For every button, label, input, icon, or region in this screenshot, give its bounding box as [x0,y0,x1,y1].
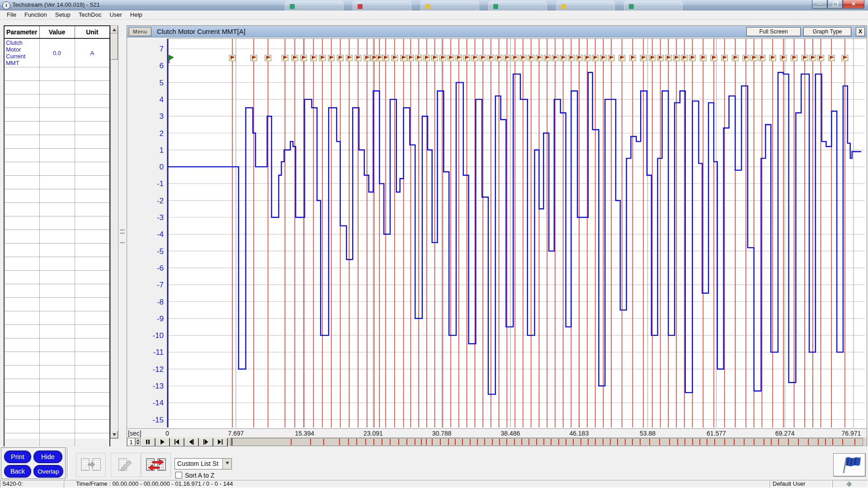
event-flag-icon[interactable] [456,55,462,61]
event-flag-icon[interactable] [584,55,590,61]
edit-list-button[interactable] [111,453,141,477]
event-flag-icon[interactable] [810,55,816,61]
event-flag-icon[interactable] [464,55,470,61]
spinner-up-button[interactable] [135,438,141,442]
close-button[interactable]: ✕ [843,0,864,9]
event-flag-icon[interactable] [665,55,671,61]
scroll-up-button[interactable] [111,26,118,33]
menu-function[interactable]: Function [20,10,51,19]
event-flag-icon[interactable] [629,55,636,61]
spinner-down-button[interactable] [135,442,141,446]
scroll-down-button[interactable] [111,431,118,438]
event-flag-icon[interactable] [439,55,446,61]
swap-list-button[interactable] [141,453,171,477]
table-row[interactable]: Clutch Motor Current MMT0.0A [4,38,110,67]
event-flag-icon[interactable] [608,55,614,61]
event-flag-icon[interactable] [282,55,288,61]
event-flag-icon[interactable] [536,55,542,61]
overlap-button[interactable]: Overlap [33,465,63,478]
menu-help[interactable]: Help [126,10,146,19]
event-flag-icon[interactable] [528,55,534,61]
event-flag-icon[interactable] [392,55,398,61]
sort-checkbox[interactable] [175,472,182,479]
event-flag-icon[interactable] [376,55,382,61]
event-flag-icon[interactable] [673,55,679,61]
event-flag-icon[interactable] [472,55,478,61]
menu-file[interactable]: File [3,10,20,19]
event-flag-icon[interactable] [769,55,776,61]
event-flag-icon[interactable] [780,55,787,61]
event-flag-icon[interactable] [382,55,389,61]
event-flag-icon[interactable] [355,55,361,61]
graph-close-button[interactable]: X [856,27,865,36]
event-flag-icon[interactable] [328,55,335,61]
flag-button[interactable] [833,453,866,477]
event-flag-icon[interactable] [415,55,422,61]
print-button[interactable]: Print [4,450,31,463]
event-flag-icon[interactable] [401,55,407,61]
event-flag-icon[interactable] [640,55,646,61]
event-flag-icon[interactable] [828,55,835,61]
event-flag-icon[interactable] [319,55,326,61]
event-flag-icon[interactable] [842,55,848,61]
copy-list-button[interactable] [76,453,106,477]
event-flag-icon[interactable] [732,55,738,61]
event-flag-icon[interactable] [250,55,257,61]
event-flag-icon[interactable] [424,55,430,61]
event-flag-icon[interactable] [229,55,236,61]
menu-setup[interactable]: Setup [51,10,75,19]
skip-to-end-button[interactable] [213,438,227,446]
event-flag-icon[interactable] [600,55,606,61]
event-flag-icon[interactable] [504,55,510,61]
event-flag-icon[interactable] [722,55,728,61]
event-flag-icon[interactable] [337,55,344,61]
back-button[interactable]: Back [4,465,31,478]
event-flag-icon[interactable] [619,55,625,61]
event-flag-icon[interactable] [292,55,298,61]
event-flag-icon[interactable] [759,55,765,61]
event-flag-icon[interactable] [649,55,656,61]
event-flag-icon[interactable] [700,55,706,61]
event-flag-icon[interactable] [681,55,688,61]
event-flag-icon[interactable] [743,55,749,61]
skip-to-start-button[interactable] [170,438,184,446]
column-header[interactable]: Value [39,26,75,38]
event-flag-icon[interactable] [802,55,808,61]
event-flag-icon[interactable] [751,55,757,61]
graph-menu-button[interactable]: Menu [129,27,151,36]
event-flag-icon[interactable] [488,55,494,61]
event-flag-icon[interactable] [576,55,582,61]
event-flag-icon[interactable] [544,55,550,61]
scrollbar-thumb[interactable] [111,33,118,60]
hide-button[interactable]: Hide [33,450,62,463]
event-flag-icon[interactable] [265,55,271,61]
event-flag-icon[interactable] [657,55,664,61]
list-selector-combobox[interactable]: Custom List St [175,458,232,469]
event-flag-icon[interactable] [496,55,502,61]
restore-button[interactable] [827,0,843,9]
menu-user[interactable]: User [105,10,126,19]
event-flag-icon[interactable] [346,55,352,61]
dropdown-arrow-button[interactable] [222,459,231,469]
event-flag-icon[interactable] [520,55,526,61]
step-forward-button[interactable] [199,438,213,446]
panel-splitter[interactable] [118,25,127,439]
full-screen-button[interactable]: Full Screen [746,27,801,36]
play-button[interactable] [156,438,170,446]
event-flag-icon[interactable] [711,55,717,61]
column-header[interactable]: Unit [75,26,110,38]
menu-techdoc[interactable]: TechDoc [75,10,106,19]
event-flag-icon[interactable] [552,55,558,61]
event-flag-icon[interactable] [480,55,486,61]
column-header[interactable]: Parameter [4,26,39,38]
minimize-button[interactable]: — [812,0,827,9]
event-flag-icon[interactable] [791,55,797,61]
event-flag-icon[interactable] [560,55,566,61]
event-flag-icon[interactable] [592,55,599,61]
event-flag-icon[interactable] [512,55,518,61]
event-flag-icon[interactable] [310,55,316,61]
event-flag-icon[interactable] [301,55,307,61]
event-flag-icon[interactable] [818,55,824,61]
event-flag-icon[interactable] [432,55,438,61]
timeline-track[interactable] [230,438,863,446]
